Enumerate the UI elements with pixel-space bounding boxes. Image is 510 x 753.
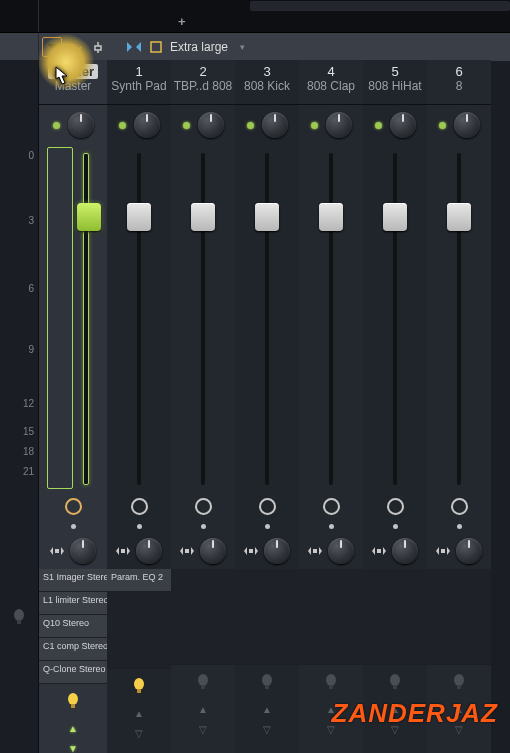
track-header[interactable]: 68 <box>427 60 491 105</box>
fx-slot[interactable]: Q-Clone Stereo <box>39 661 107 684</box>
mute-led-icon[interactable] <box>311 122 318 129</box>
chevron-up-icon[interactable]: ▲ <box>262 704 272 715</box>
pan-knob[interactable] <box>390 112 416 138</box>
svg-point-29 <box>326 674 336 686</box>
chevron-down-icon[interactable]: ▾ <box>240 42 245 52</box>
fx-slot-empty[interactable] <box>363 569 427 665</box>
plug-icon[interactable] <box>90 39 106 55</box>
track-header[interactable]: 2TBP..d 808 <box>171 60 235 105</box>
fx-slot-empty[interactable] <box>427 569 491 665</box>
chevron-down-icon[interactable]: ▼ <box>68 743 78 754</box>
pan-knob[interactable] <box>134 112 160 138</box>
stereo-sep-dot[interactable] <box>457 524 462 529</box>
chevron-up-icon[interactable]: ▲ <box>198 704 208 715</box>
dock-arrows-icon[interactable] <box>50 545 64 557</box>
lamp-icon[interactable] <box>452 673 466 691</box>
stereo-sep-dot[interactable] <box>265 524 270 529</box>
dock-arrows-icon[interactable] <box>436 545 450 557</box>
fx-ring-icon[interactable] <box>195 498 212 515</box>
send-knob[interactable] <box>200 538 226 564</box>
lamp-icon[interactable] <box>260 673 274 691</box>
stereo-sep-dot[interactable] <box>329 524 334 529</box>
stereo-sep-dot[interactable] <box>201 524 206 529</box>
lamp-icon[interactable] <box>388 673 402 691</box>
lamp-icon[interactable] <box>66 692 80 710</box>
track-header[interactable]: 3808 Kick <box>235 60 299 105</box>
chevron-up-icon[interactable]: ▲ <box>68 723 78 734</box>
fader-handle[interactable] <box>127 203 151 231</box>
lamp-icon[interactable] <box>132 677 146 695</box>
fx-ring-icon[interactable] <box>65 498 82 515</box>
dock-arrows-icon[interactable] <box>372 545 386 557</box>
fx-slot[interactable]: C1 comp Stereo <box>39 638 107 661</box>
mute-led-icon[interactable] <box>375 122 382 129</box>
send-knob[interactable] <box>328 538 354 564</box>
fx-ring-icon[interactable] <box>451 498 468 515</box>
view-square-icon[interactable] <box>148 39 164 55</box>
stereo-sep-dot[interactable] <box>137 524 142 529</box>
fader-handle[interactable] <box>383 203 407 231</box>
svg-rect-28 <box>313 549 317 553</box>
mute-led-icon[interactable] <box>53 122 60 129</box>
svg-marker-22 <box>255 547 258 555</box>
track-header[interactable]: 4808 Clap <box>299 60 363 105</box>
chevron-down-icon[interactable]: ▽ <box>135 728 143 739</box>
lamp-icon[interactable] <box>196 673 210 691</box>
chevron-up-icon[interactable]: ▲ <box>134 708 144 719</box>
send-knob[interactable] <box>456 538 482 564</box>
fx-slot[interactable]: L1 limiter Stereo <box>39 592 107 615</box>
master-header[interactable]: Master Master <box>39 60 107 105</box>
stereo-sep-dot[interactable] <box>71 524 76 529</box>
mixer-menu-button[interactable] <box>42 37 62 57</box>
track-header[interactable]: 1Synth Pad <box>107 60 171 105</box>
db-scale-column: 036912151821 <box>0 60 39 753</box>
track-header[interactable]: 5808 HiHat <box>363 60 427 105</box>
fx-slot-empty[interactable] <box>299 569 363 665</box>
master-fader-handle[interactable] <box>77 203 101 231</box>
lamp-icon[interactable] <box>324 673 338 691</box>
pan-knob[interactable] <box>454 112 480 138</box>
mute-led-icon[interactable] <box>247 122 254 129</box>
dock-arrows-icon[interactable] <box>180 545 194 557</box>
fx-ring-icon[interactable] <box>387 498 404 515</box>
svg-point-39 <box>454 674 464 686</box>
svg-rect-8 <box>55 549 59 553</box>
wave-icon[interactable] <box>68 39 84 55</box>
view-compact-icon[interactable] <box>126 39 142 55</box>
chevron-down-icon[interactable]: ▽ <box>199 724 207 735</box>
send-knob[interactable] <box>70 538 96 564</box>
add-tab-icon[interactable]: + <box>178 14 186 29</box>
dock-arrows-icon[interactable] <box>308 545 322 557</box>
fx-slot[interactable]: S1 Imager Stereo <box>39 569 107 592</box>
horizontal-scrollbar[interactable] <box>250 1 510 11</box>
pan-knob[interactable] <box>326 112 352 138</box>
dock-arrows-icon[interactable] <box>116 545 130 557</box>
send-knob[interactable] <box>264 538 290 564</box>
dock-arrows-icon[interactable] <box>244 545 258 557</box>
svg-point-24 <box>262 674 272 686</box>
fx-ring-icon[interactable] <box>259 498 276 515</box>
fader-handle[interactable] <box>447 203 471 231</box>
fx-slot-empty[interactable] <box>235 569 299 665</box>
svg-rect-20 <box>201 685 205 689</box>
fx-slot-empty[interactable] <box>107 592 171 669</box>
pan-knob[interactable] <box>198 112 224 138</box>
fader-handle[interactable] <box>319 203 343 231</box>
fx-slot-empty[interactable] <box>171 569 235 665</box>
mute-led-icon[interactable] <box>119 122 126 129</box>
send-knob[interactable] <box>136 538 162 564</box>
lamp-icon[interactable] <box>12 608 26 626</box>
fx-ring-icon[interactable] <box>323 498 340 515</box>
fader-handle[interactable] <box>255 203 279 231</box>
stereo-sep-dot[interactable] <box>393 524 398 529</box>
mute-led-icon[interactable] <box>439 122 446 129</box>
send-knob[interactable] <box>392 538 418 564</box>
chevron-down-icon[interactable]: ▽ <box>263 724 271 735</box>
fader-handle[interactable] <box>191 203 215 231</box>
fx-ring-icon[interactable] <box>131 498 148 515</box>
fx-slot[interactable]: Q10 Stereo <box>39 615 107 638</box>
mute-led-icon[interactable] <box>183 122 190 129</box>
pan-knob[interactable] <box>262 112 288 138</box>
pan-knob[interactable] <box>68 112 94 138</box>
fx-slot[interactable]: Param. EQ 2 <box>107 569 171 592</box>
